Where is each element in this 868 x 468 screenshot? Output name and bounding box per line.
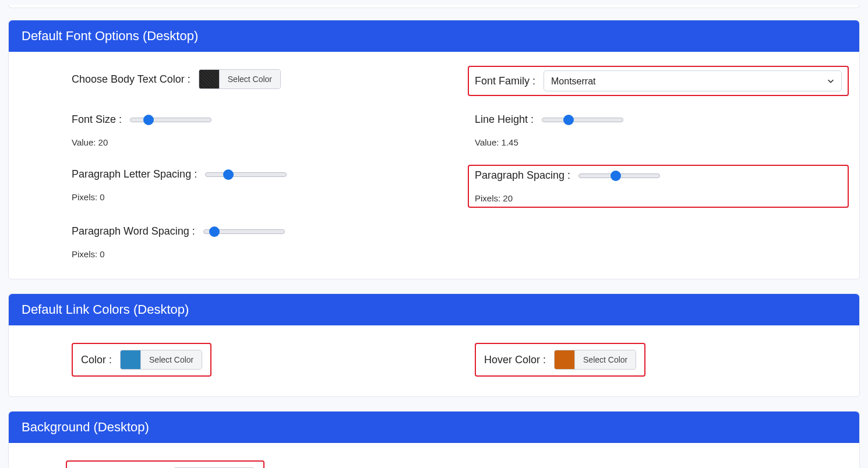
body-text-color-input[interactable]: Select Color bbox=[199, 69, 281, 89]
background-header: Background (Desktop) bbox=[9, 412, 859, 443]
line-height-field: Line Height : Value: 1.45 bbox=[475, 114, 843, 147]
link-color-label: Color : bbox=[81, 354, 112, 366]
font-options-body: Choose Body Text Color : Select Color Fo… bbox=[9, 52, 859, 279]
link-colors-panel: Default Link Colors (Desktop) Color : Se… bbox=[8, 293, 860, 397]
paragraph-spacing-label: Paragraph Spacing : bbox=[475, 169, 570, 182]
font-size-value: Value: 20 bbox=[72, 137, 440, 147]
font-options-header: Default Font Options (Desktop) bbox=[9, 20, 859, 52]
letter-spacing-field: Paragraph Letter Spacing : Pixels: 0 bbox=[72, 168, 439, 202]
letter-spacing-value: Pixels: 0 bbox=[72, 192, 439, 202]
word-spacing-field: Paragraph Word Spacing : Pixels: 0 bbox=[72, 225, 440, 259]
font-size-slider[interactable] bbox=[130, 118, 211, 122]
font-size-field: Font Size : Value: 20 bbox=[72, 114, 440, 147]
link-select-color-button[interactable]: Select Color bbox=[140, 350, 202, 369]
letter-spacing-label: Paragraph Letter Spacing : bbox=[72, 168, 197, 180]
background-panel: Background (Desktop) Background Color : … bbox=[8, 411, 860, 468]
body-text-color-label: Choose Body Text Color : bbox=[72, 73, 190, 86]
body-text-select-color-button[interactable]: Select Color bbox=[219, 70, 280, 88]
hover-color-swatch[interactable] bbox=[555, 350, 574, 369]
font-family-field: Font Family : Montserrat bbox=[475, 70, 842, 91]
font-family-select[interactable]: Montserrat bbox=[544, 70, 842, 91]
font-family-label: Font Family : bbox=[475, 75, 535, 87]
font-options-panel: Default Font Options (Desktop) Choose Bo… bbox=[8, 20, 860, 279]
link-color-swatch[interactable] bbox=[121, 350, 140, 369]
hover-color-label: Hover Color : bbox=[484, 354, 546, 366]
line-height-label: Line Height : bbox=[475, 114, 534, 126]
hover-color-field: Hover Color : Select Color bbox=[484, 350, 636, 370]
paragraph-spacing-field: Paragraph Spacing : Pixels: 20 bbox=[475, 169, 842, 203]
link-colors-body: Color : Select Color Hover Color : Se bbox=[9, 325, 859, 396]
body-text-color-field: Choose Body Text Color : Select Color bbox=[72, 69, 439, 89]
hover-select-color-button[interactable]: Select Color bbox=[574, 350, 636, 369]
font-size-label: Font Size : bbox=[72, 114, 122, 126]
link-colors-header: Default Link Colors (Desktop) bbox=[9, 294, 859, 325]
paragraph-spacing-slider[interactable] bbox=[578, 173, 660, 178]
word-spacing-value: Pixels: 0 bbox=[72, 249, 440, 259]
prev-panel-bottom bbox=[8, 5, 860, 8]
letter-spacing-slider[interactable] bbox=[205, 172, 287, 177]
word-spacing-slider[interactable] bbox=[203, 229, 285, 234]
background-body: Background Color : Select Color bbox=[9, 443, 859, 468]
body-text-color-swatch[interactable] bbox=[199, 70, 219, 88]
hover-color-input[interactable]: Select Color bbox=[554, 350, 636, 370]
line-height-value: Value: 1.45 bbox=[475, 137, 843, 147]
paragraph-spacing-value: Pixels: 20 bbox=[475, 193, 842, 203]
line-height-slider[interactable] bbox=[542, 118, 623, 122]
link-color-field: Color : Select Color bbox=[81, 350, 202, 370]
word-spacing-label: Paragraph Word Spacing : bbox=[72, 225, 195, 237]
link-color-input[interactable]: Select Color bbox=[120, 350, 202, 370]
